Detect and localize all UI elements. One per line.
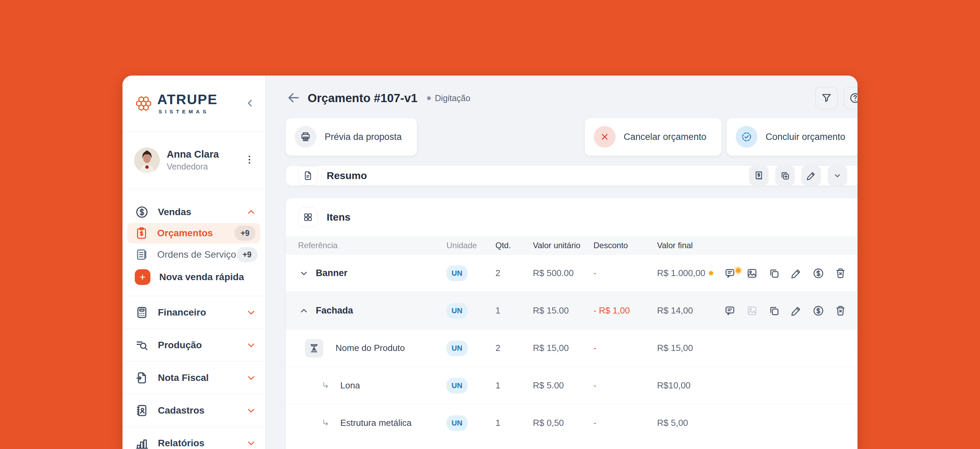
price-button[interactable] [812, 305, 824, 317]
count-badge: +9 [237, 247, 258, 262]
edit-pencil-icon [790, 267, 802, 279]
summary-edit-button[interactable] [801, 166, 821, 186]
document-lines-icon [135, 248, 148, 261]
delete-button[interactable] [834, 305, 846, 317]
summary-receipt-button[interactable] [749, 166, 769, 186]
edit-pencil-icon [806, 170, 817, 181]
status-dot-icon [427, 96, 431, 100]
user-role: Vendedora [167, 162, 243, 172]
item-final-value: R$ 15,00 [657, 343, 693, 353]
back-button[interactable] [286, 90, 301, 106]
item-name: Nome do Produto [336, 343, 405, 353]
sidebar-item-producao[interactable]: Produção [123, 328, 265, 361]
comment-button[interactable] [724, 305, 736, 317]
collapse-toggle-button[interactable] [298, 305, 310, 317]
items-card: Itens Referência Unidade Qtd. Valor unit… [286, 198, 858, 449]
sidebar-item-nova-venda-rapida[interactable]: Nova venda rápida [123, 266, 265, 288]
table-row-estrutura-metalica[interactable]: Estrutura metálica UN 1 R$ 0,50 - R$ 5,0… [286, 404, 858, 441]
image-button [746, 305, 758, 317]
item-name: Fachada [316, 305, 353, 316]
item-final-value: R$ 1.000,00 [657, 268, 705, 279]
item-unit-value: R$ 0,50 [533, 418, 593, 428]
sidebar-item-cadastros[interactable]: Cadastros [123, 394, 265, 427]
trash-delete-icon [834, 305, 846, 317]
edit-button[interactable] [790, 267, 802, 279]
sidebar-item-relatorios[interactable]: Relatórios [123, 427, 265, 449]
status-badge: Digitação [427, 93, 470, 103]
main-content: Orçamento #107-v1 Digitação Prévia da pr… [266, 76, 858, 449]
table-row-fachada[interactable]: Fachada UN 1 R$ 15.00 - R$ 1,00 R$ 14,00 [286, 292, 858, 329]
corner-arrow-icon [321, 418, 331, 428]
dollar-circle-icon [135, 205, 149, 219]
calculator-icon [135, 305, 149, 320]
unit-badge: UN [447, 341, 468, 356]
image-button[interactable] [746, 267, 758, 279]
help-circle-icon [849, 92, 858, 104]
actions-row: Prévia da proposta Cancelar orçamento Co… [286, 118, 858, 156]
comment-icon [724, 305, 736, 317]
table-row-banner[interactable]: Banner UN 2 R$ 500.00 - R$ 1.000,00 [286, 254, 858, 292]
comment-button[interactable] [724, 267, 736, 279]
item-discount: - [593, 418, 657, 428]
column-qtd: Qtd. [495, 240, 533, 250]
sidebar-item-label: Orçamentos [157, 228, 234, 239]
avatar [134, 147, 160, 173]
item-discount: - [593, 268, 657, 279]
image-icon [746, 305, 758, 317]
sidebar-item-label: Cadastros [158, 405, 245, 416]
sidebar-item-label: Nota Fiscal [158, 373, 245, 383]
user-menu-button[interactable] [243, 152, 256, 169]
sidebar-item-vendas[interactable]: Vendas [123, 201, 265, 223]
expand-toggle-button[interactable] [298, 267, 310, 279]
item-final-value: R$10,00 [657, 380, 690, 391]
sidebar-item-orcamentos[interactable]: Orçamentos +9 [127, 223, 260, 244]
comment-icon [724, 267, 736, 279]
table-header: Referência Unidade Qtd. Valor unitário D… [286, 236, 858, 254]
edit-button[interactable] [790, 305, 802, 317]
column-unidade: Unidade [447, 240, 495, 250]
delete-button[interactable] [834, 267, 846, 279]
item-unit-value: R$ 15,00 [533, 343, 593, 353]
summary-duplicate-button[interactable] [775, 166, 795, 186]
user-profile[interactable]: Anna Clara Vendedora [123, 132, 265, 189]
status-label: Digitação [435, 93, 470, 103]
cancel-quote-label: Cancelar orçamento [624, 132, 706, 142]
chevron-down-icon [245, 405, 257, 416]
item-name: Banner [316, 268, 347, 279]
cancel-quote-button[interactable]: Cancelar orçamento [585, 118, 721, 156]
document-icon [298, 166, 318, 186]
table-row-lona[interactable]: Lona UN 1 R$ 5.00 - R$10,00 [286, 367, 858, 404]
filter-funnel-icon [821, 92, 833, 104]
conclude-quote-button[interactable]: Concluir orçamento [727, 118, 858, 156]
plus-squircle-icon [135, 269, 150, 285]
kebab-menu-icon [244, 152, 255, 167]
chevron-up-icon [245, 206, 257, 218]
sidebar-item-nota-fiscal[interactable]: Nota Fiscal [123, 361, 265, 394]
sidebar-item-ordens-de-servico[interactable]: Ordens de Serviço +9 [123, 244, 265, 266]
unit-badge: UN [447, 303, 468, 318]
sidebar-item-financeiro[interactable]: Financeiro [123, 296, 265, 328]
sidebar: ATRUPE SISTEMAS Anna Clara Ven [123, 76, 266, 449]
item-discount: - [593, 380, 657, 391]
unit-badge: UN [447, 266, 468, 281]
price-button[interactable] [812, 267, 824, 279]
column-valor-final: Valor final [657, 240, 724, 250]
conclude-quote-label: Concluir orçamento [765, 132, 845, 142]
trash-delete-icon [834, 267, 846, 279]
table-row-nome-do-produto[interactable]: Nome do Produto UN 2 R$ 15,00 - R$ 15,00 [286, 329, 858, 367]
filter-button[interactable] [815, 87, 838, 109]
price-dollar-icon [812, 305, 824, 317]
summary-expand-button[interactable] [827, 166, 847, 186]
sidebar-collapse-button[interactable] [243, 96, 258, 111]
sidebar-item-label: Ordens de Serviço [157, 249, 237, 260]
item-name: Lona [340, 380, 360, 391]
chevron-down-icon [245, 307, 257, 318]
page-title: Orçamento #107-v1 [308, 91, 417, 105]
duplicate-button[interactable] [768, 305, 780, 317]
column-valor-unitario: Valor unitário [533, 240, 593, 250]
unit-badge: UN [447, 378, 468, 393]
duplicate-button[interactable] [768, 267, 780, 279]
chevron-up-icon [298, 305, 310, 317]
help-button[interactable] [844, 87, 858, 109]
preview-proposal-button[interactable]: Prévia da proposta [286, 118, 417, 156]
